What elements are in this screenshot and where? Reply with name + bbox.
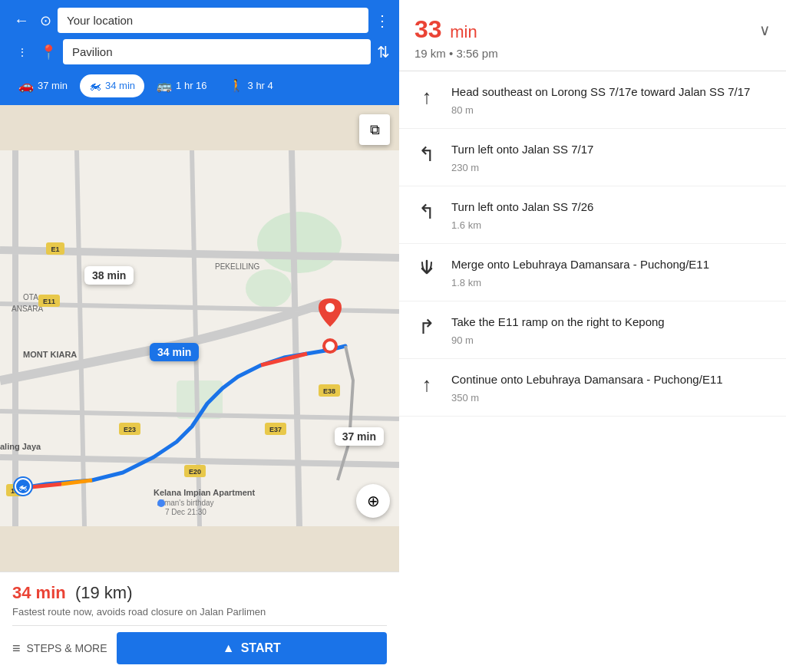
left-panel: ← ⊙ ⋮ ⋮ 📍 ⇅ 🚗 37 min 🏍 34 min 🚌 1 hr 16 … (0, 0, 399, 672)
steps-label: STEPS & MORE (27, 642, 107, 654)
bike-time: 34 min (105, 80, 135, 91)
ramp-right-icon: ↱ (418, 315, 435, 339)
svg-point-1 (257, 212, 342, 273)
my-location-button[interactable]: ⊕ (356, 484, 390, 518)
start-navigation-button[interactable]: ▲ START (117, 632, 387, 664)
bike-icon: 🏍 (89, 79, 101, 93)
step-icon-wrap: ↑ (414, 371, 439, 397)
step-icon-wrap: ↱ (414, 314, 439, 339)
step-instruction: Turn left onto Jalan SS 7/17 (451, 141, 771, 157)
route-distance-value: (19 km) (71, 583, 133, 602)
origin-input[interactable] (58, 8, 368, 33)
step-distance: 350 m (451, 392, 771, 404)
total-time-display: 33 min (414, 15, 477, 44)
step-item: ↑ Head southeast on Lorong SS 7/17e towa… (399, 71, 786, 129)
car-time: 37 min (38, 80, 68, 91)
tab-car[interactable]: 🚗 37 min (9, 74, 77, 97)
transit-time: 1 hr 16 (176, 80, 206, 91)
transport-mode-tabs: 🚗 37 min 🏍 34 min 🚌 1 hr 16 🚶 3 hr 4 (0, 69, 399, 105)
route-km: 19 km (414, 47, 446, 60)
step-distance: 1.8 km (451, 277, 771, 288)
svg-text:Aiman's birthday: Aiman's birthday (157, 499, 214, 507)
step-instruction: Continue onto Lebuhraya Damansara - Puch… (451, 371, 771, 387)
tab-transit[interactable]: 🚌 1 hr 16 (147, 74, 216, 97)
svg-point-2 (246, 269, 292, 308)
collapse-button[interactable]: ∨ (759, 21, 771, 39)
route-info-panel: 34 min (19 km) Fastest route now, avoids… (0, 572, 399, 672)
step-content: Turn left onto Jalan SS 7/26 1.6 km (451, 199, 771, 231)
start-label: START (241, 641, 281, 655)
more-options-button[interactable]: ⋮ (375, 12, 390, 30)
location-dot-icon: ⊙ (40, 12, 51, 29)
map-time-badge-37: 37 min (335, 427, 384, 446)
svg-point-29 (325, 303, 335, 312)
svg-text:OTA: OTA (23, 293, 38, 301)
map-layers-button[interactable]: ⧉ (359, 114, 390, 145)
step-distance: 1.6 km (451, 219, 771, 231)
step-content: Continue onto Lebuhraya Damansara - Puch… (451, 371, 771, 404)
route-description: Fastest route now, avoids road closure o… (12, 606, 387, 618)
step-icon-wrap (414, 256, 439, 279)
svg-text:aling Jaya: aling Jaya (0, 442, 41, 451)
walk-time: 3 hr 4 (248, 80, 273, 91)
route-time-value: 34 min (12, 583, 66, 602)
step-item: ↑ Continue onto Lebuhraya Damansara - Pu… (399, 359, 786, 417)
steps-more-button[interactable]: ≡ STEPS & MORE (12, 633, 107, 664)
step-content: Merge onto Lebuhraya Damansara - Puchong… (451, 256, 771, 288)
turn-left-icon: ↰ (418, 143, 435, 166)
step-item: ↱ Take the E11 ramp on the right to Kepo… (399, 301, 786, 359)
route-time-display: 34 min (19 km) (12, 583, 387, 603)
swap-directions-button[interactable]: ⇅ (377, 43, 390, 61)
start-arrow-icon: ▲ (223, 641, 235, 655)
map-time-badge-34: 34 min (150, 343, 199, 361)
step-instruction: Head southeast on Lorong SS 7/17e toward… (451, 84, 771, 100)
total-time-row: 33 min ∨ (414, 15, 771, 44)
continue-straight-icon: ↑ (422, 373, 432, 397)
step-content: Take the E11 ramp on the right to Kepong… (451, 314, 771, 346)
map-view[interactable]: PEKELILING MONT KIARA OTA ANSARA aling J… (0, 105, 399, 572)
step-content: Head southeast on Lorong SS 7/17e toward… (451, 84, 771, 116)
navigation-header: ← ⊙ ⋮ ⋮ 📍 ⇅ (0, 0, 399, 69)
step-list: ↑ Head southeast on Lorong SS 7/17e towa… (399, 71, 786, 672)
svg-text:E1: E1 (51, 245, 59, 253)
directions-header: 33 min ∨ 19 km • 3:56 pm (399, 0, 786, 71)
merge-arrow-icon (416, 258, 438, 279)
svg-text:E20: E20 (189, 468, 201, 476)
destination-pin-icon: 📍 (40, 44, 57, 61)
svg-text:7 Dec 21:30: 7 Dec 21:30 (165, 508, 206, 516)
straight-arrow-icon: ↑ (422, 85, 432, 109)
hamburger-icon: ≡ (12, 641, 21, 657)
step-item: Merge onto Lebuhraya Damansara - Puchong… (399, 244, 786, 301)
step-distance: 90 m (451, 334, 771, 346)
route-meta: 19 km • 3:56 pm (414, 47, 771, 60)
map-time-badge-38: 38 min (84, 266, 134, 285)
turn-left-icon-2: ↰ (418, 200, 435, 224)
svg-text:E11: E11 (43, 298, 55, 305)
svg-point-31 (325, 341, 335, 351)
svg-text:🏍: 🏍 (18, 482, 28, 492)
step-item: ↰ Turn left onto Jalan SS 7/26 1.6 km (399, 186, 786, 244)
step-icon-wrap: ↰ (414, 141, 439, 166)
svg-text:MONT KIARA: MONT KIARA (23, 350, 77, 359)
back-button[interactable]: ← (9, 12, 34, 29)
step-instruction: Turn left onto Jalan SS 7/26 (451, 199, 771, 215)
svg-text:ANSARA: ANSARA (12, 305, 43, 313)
svg-point-27 (157, 499, 165, 507)
destination-input[interactable] (63, 39, 371, 64)
transit-icon: 🚌 (157, 78, 172, 93)
walk-icon: 🚶 (229, 78, 244, 93)
tab-bike[interactable]: 🏍 34 min (80, 74, 144, 97)
total-minutes: 33 (414, 15, 442, 43)
tab-walk[interactable]: 🚶 3 hr 4 (220, 74, 282, 97)
step-instruction: Merge onto Lebuhraya Damansara - Puchong… (451, 256, 771, 272)
svg-text:PEKELILING: PEKELILING (215, 262, 260, 271)
car-icon: 🚗 (18, 78, 34, 93)
route-action-buttons: ≡ STEPS & MORE ▲ START (12, 625, 387, 664)
step-content: Turn left onto Jalan SS 7/17 230 m (451, 141, 771, 173)
step-icon-wrap: ↑ (414, 84, 439, 109)
vertical-dots-icon: ⋮ (9, 46, 34, 58)
svg-text:Kelana Impian Apartment: Kelana Impian Apartment (154, 488, 256, 497)
svg-text:E23: E23 (124, 426, 136, 433)
route-eta: 3:56 pm (456, 47, 497, 60)
time-unit: min (445, 22, 477, 41)
